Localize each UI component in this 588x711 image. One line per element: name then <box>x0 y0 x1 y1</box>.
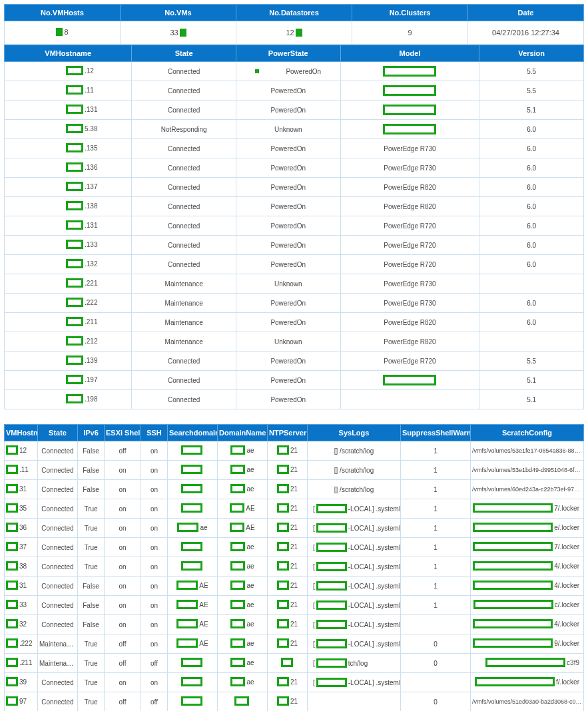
redact-box-icon <box>475 677 555 686</box>
hosts-header: PowerState <box>236 45 340 62</box>
cfg-domainname-cell: ae <box>218 615 268 634</box>
host-state-cell: Maintenance <box>132 274 236 294</box>
redact-box-icon <box>6 542 18 551</box>
host-state-cell: NotResponding <box>132 120 236 139</box>
host-power-cell: PoweredOn <box>236 294 340 313</box>
cfg-searchdomain-cell <box>168 480 218 499</box>
redact-box-icon <box>473 503 553 513</box>
redact-box-icon <box>66 356 83 365</box>
host-version-cell: 6.0 <box>479 255 584 274</box>
redact-box-icon <box>277 619 289 628</box>
summary-clusters: 9 <box>352 21 468 45</box>
host-state-cell: Connected <box>132 390 236 409</box>
cfg-hostname-cell: 31 <box>5 480 38 499</box>
cfg-hostname-cell: .211 <box>5 654 38 673</box>
cfg-state-cell: Maintenance <box>38 654 78 673</box>
host-model-cell: PowerEdge R730 <box>340 139 479 158</box>
cfg-scratch-cell: c3f9 <box>471 654 584 673</box>
config-header: NTPServer <box>268 425 308 441</box>
cfg-hostname-cell: 38 <box>5 557 38 577</box>
host-version-cell: 6.0 <box>479 139 584 158</box>
cfg-scratch-cell: /vmfs/volumes/60ed243a-c22b73ef-9754-002… <box>471 480 584 499</box>
cfg-domainname-cell: AE <box>218 519 268 538</box>
cfg-searchdomain-cell <box>168 461 218 480</box>
redact-box-icon <box>6 561 18 571</box>
redact-box-icon <box>176 581 198 590</box>
config-header: ESXi Shell <box>105 425 141 441</box>
table-row: .11ConnectedPoweredOn5.5 <box>5 81 584 101</box>
host-name-cell: .222 <box>5 294 132 313</box>
cfg-ntp-cell: 21 <box>268 519 308 538</box>
host-version-cell: 6.0 <box>479 120 584 139</box>
table-row: 5.38NotRespondingUnknown6.0 <box>5 120 584 139</box>
host-model-cell: PowerEdge R820 <box>340 313 479 332</box>
redact-box-icon <box>66 240 83 249</box>
redact-box-icon <box>473 638 553 648</box>
cfg-searchdomain-cell <box>168 557 218 577</box>
cfg-shell-cell: on <box>105 519 141 538</box>
redact-box-icon <box>277 445 289 455</box>
cfg-searchdomain-cell: AE <box>168 577 218 596</box>
cfg-scratch-cell: c/.locker <box>471 596 584 615</box>
cfg-suppress-cell: 1 <box>401 461 471 480</box>
redact-box-icon <box>316 504 347 513</box>
host-model-cell <box>340 390 479 409</box>
cfg-shell-cell: on <box>105 480 141 499</box>
cfg-ipv6-cell: True <box>78 634 105 654</box>
cfg-shell-cell: off <box>105 634 141 654</box>
hosts-header: Version <box>479 45 584 62</box>
table-row: 32ConnectedFalseononAEae21[-LOCAL] .syst… <box>5 615 584 634</box>
table-row: .131ConnectedPoweredOn5.1 <box>5 101 584 120</box>
host-name-cell: .137 <box>5 178 132 197</box>
cfg-ntp-cell: 21 <box>268 538 308 557</box>
cfg-suppress-cell: 1 <box>401 499 471 519</box>
redact-box-icon <box>316 543 347 552</box>
cfg-state-cell: Connected <box>38 519 78 538</box>
host-power-cell: PoweredOn <box>236 81 340 101</box>
cfg-shell-cell: on <box>105 615 141 634</box>
host-model-cell: PowerEdge R730 <box>340 294 479 313</box>
host-name-cell: .133 <box>5 236 132 255</box>
redact-box-icon <box>66 220 83 230</box>
table-row: 97ConnectedTrueoffoff210/vmfs/volumes/51… <box>5 692 584 712</box>
summary-header: No.VMHosts <box>5 5 121 21</box>
redact-box-icon <box>66 182 83 191</box>
config-table: VMHostnameStateIPv6ESXi ShellSSHSearchdo… <box>4 424 584 711</box>
redact-box-icon <box>230 542 245 551</box>
cfg-state-cell: Connected <box>38 615 78 634</box>
cfg-ntp-cell: 21 <box>268 577 308 596</box>
cfg-ntp-cell: 21 <box>268 615 308 634</box>
summary-vmhosts: 8 <box>5 21 121 45</box>
redact-box-icon <box>473 523 553 532</box>
cfg-domainname-cell <box>218 692 268 712</box>
host-state-cell: Connected <box>132 352 236 371</box>
cfg-ipv6-cell: True <box>78 538 105 557</box>
host-model-cell <box>340 101 479 120</box>
summary-date: 04/27/2016 12:27:34 <box>468 21 584 45</box>
redact-box-icon <box>66 375 83 384</box>
cfg-hostname-cell: 12 <box>5 441 38 461</box>
cfg-shell-cell: on <box>105 673 141 692</box>
host-power-cell: PoweredOn <box>236 139 340 158</box>
summary-header: Date <box>468 5 584 21</box>
redact-box-icon <box>66 298 83 307</box>
redact-box-icon <box>473 542 553 551</box>
cfg-shell-cell: on <box>105 538 141 557</box>
host-power-cell: PoweredOn <box>236 101 340 120</box>
host-state-cell: Connected <box>132 197 236 216</box>
redact-box-icon <box>230 677 245 686</box>
cfg-hostname-cell: 31 <box>5 577 38 596</box>
cfg-state-cell: Connected <box>38 461 78 480</box>
cfg-syslogs-cell: [] /scratch/log <box>308 480 401 499</box>
redact-box-icon <box>177 523 198 532</box>
host-version-cell: 6.0 <box>479 313 584 332</box>
host-power-cell: PoweredOn <box>236 313 340 332</box>
cfg-state-cell: Connected <box>38 499 78 519</box>
host-version-cell: 5.1 <box>479 101 584 120</box>
host-power-cell: PoweredOn <box>236 390 340 409</box>
redact-box-icon <box>6 677 18 686</box>
host-power-cell: PoweredOn <box>236 371 340 390</box>
cfg-searchdomain-cell <box>168 441 218 461</box>
cfg-ssh-cell: on <box>141 596 168 615</box>
redact-box-icon <box>316 581 347 591</box>
